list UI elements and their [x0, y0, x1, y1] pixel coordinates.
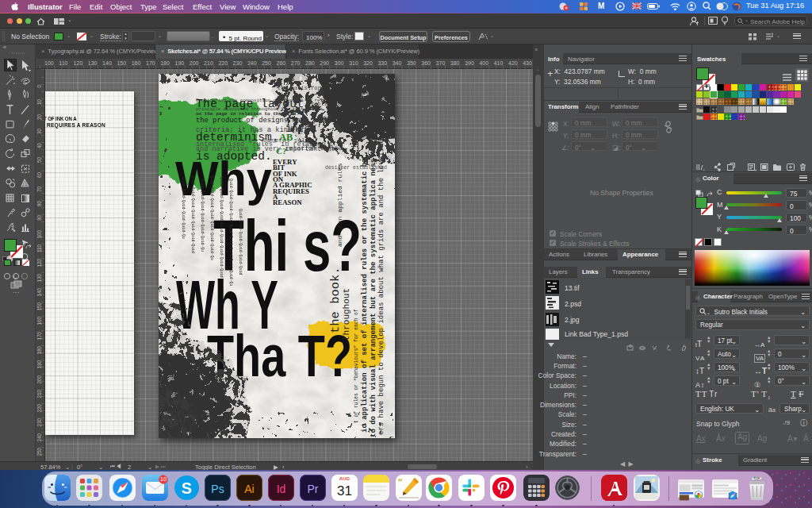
svg-text:Id: Id — [276, 482, 285, 495]
svg-text:10: 10 — [160, 476, 167, 482]
svg-text:Ps: Ps — [211, 482, 224, 495]
svg-text:AUG: AUG — [339, 476, 350, 481]
svg-text:Pr: Pr — [307, 482, 318, 495]
svg-text:31: 31 — [337, 483, 352, 498]
svg-text:S: S — [181, 479, 191, 497]
svg-text:Ai: Ai — [244, 482, 254, 495]
svg-text:“: “ — [398, 476, 403, 486]
